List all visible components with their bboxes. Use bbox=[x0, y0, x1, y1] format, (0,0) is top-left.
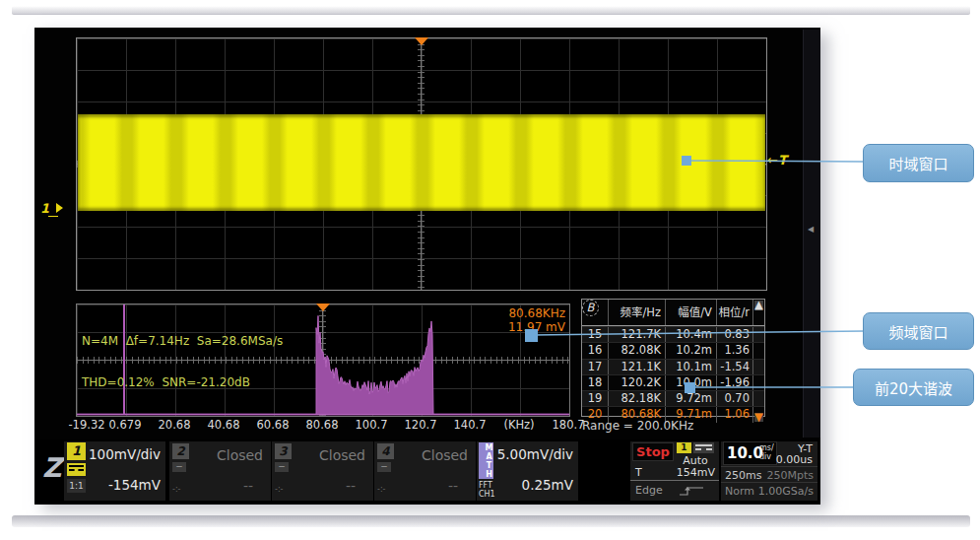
trigger-level-row: T 154mV bbox=[630, 466, 719, 481]
memory-depth: 250Mpts bbox=[766, 469, 814, 482]
trigger-level-marker[interactable]: ←T bbox=[767, 153, 787, 168]
math-mode-fft: FFT bbox=[479, 481, 495, 490]
fft-trigger-position-icon bbox=[316, 304, 330, 311]
math-mode: FFT CH1 bbox=[479, 481, 495, 499]
callout-anchor-time bbox=[682, 156, 691, 166]
status-bar: ZLG® 1 1:1 100mV/div -154mV 2 − -:- Clos… bbox=[34, 439, 820, 505]
math-volts-per-div: 5.00mV/div bbox=[497, 446, 573, 462]
acquire-mode: Norm bbox=[725, 485, 754, 498]
math-source: CH1 bbox=[479, 490, 495, 499]
menu-collapse-arrow-icon[interactable]: ◀ bbox=[808, 225, 814, 234]
timebase-units: ms/ div bbox=[759, 443, 774, 461]
col-phase: 相位/r bbox=[716, 300, 752, 325]
channel4-cell[interactable]: 4 − -:- Closed -- bbox=[374, 441, 476, 501]
callout-anchor-harmonics bbox=[685, 382, 695, 393]
run-stop-button[interactable]: Stop bbox=[632, 442, 674, 461]
fft-marker-frequency: 80.68KHz bbox=[508, 306, 565, 320]
channel1-cell[interactable]: 1 1:1 100mV/div -154mV bbox=[64, 441, 165, 501]
table-row: 1982.18K9.72m0.70 bbox=[582, 390, 764, 406]
callout-anchor-freq bbox=[525, 329, 538, 342]
oscilloscope-screen: 1 ←T ◀ N=4M Δf=7.14Hz Sa=28.6MSa/s THD=0… bbox=[34, 28, 820, 505]
side-menu-strip: ◀ bbox=[803, 30, 820, 438]
callout-time-window: 时域窗口 bbox=[863, 144, 974, 182]
channel3-badge[interactable]: 3 bbox=[275, 443, 292, 459]
bode-icon: B bbox=[582, 300, 599, 316]
fft-x-axis: -19.32 0.679 20.68 40.68 60.68 80.68 100… bbox=[76, 418, 580, 432]
sample-rate: 1.00GSa/s bbox=[758, 485, 814, 498]
fft-window: N=4M Δf=7.14Hz Sa=28.6MSa/s THD=0.12% SN… bbox=[76, 304, 570, 417]
callout-harmonics: 前20大谐波 bbox=[853, 369, 974, 406]
x-tick: -19.32 bbox=[68, 418, 104, 432]
trigger-t-label: T bbox=[635, 466, 642, 479]
channel2-badge[interactable]: 2 bbox=[172, 443, 189, 459]
channel3-probe-ratio: -:- bbox=[275, 485, 283, 494]
time-domain-trace bbox=[78, 114, 765, 211]
x-tick: 0.679 bbox=[109, 418, 142, 432]
time-domain-window bbox=[76, 37, 767, 291]
horizontal-delay: 0.00us bbox=[776, 453, 813, 466]
math-badge[interactable]: MATH bbox=[479, 442, 493, 479]
trigger-cell[interactable]: Stop 1 Auto T 154mV Edge bbox=[630, 441, 719, 501]
time-trigger-position-icon bbox=[415, 37, 428, 45]
math-cell[interactable]: MATH FFT CH1 5.00mV/div 0.25mV bbox=[477, 441, 578, 501]
trigger-source-badge[interactable]: 1 bbox=[677, 442, 691, 453]
channel2-status: Closed bbox=[217, 447, 263, 463]
harmonics-table: B 频率/Hz 幅值/V 相位/r ▲ 15121.7K10.4m0.83 16… bbox=[581, 299, 765, 417]
channel1-volts-per-div: 100mV/div bbox=[89, 446, 161, 462]
table-row: 17121.1K10.1m-1.54 bbox=[582, 359, 764, 374]
channel3-cell[interactable]: 3 − -:- Closed -- bbox=[272, 441, 373, 501]
x-tick: 40.68 bbox=[208, 418, 240, 432]
channel3-status: Closed bbox=[319, 447, 365, 463]
rising-edge-icon bbox=[678, 485, 707, 497]
channel2-cell[interactable]: 2 − -:- Closed -- bbox=[169, 441, 271, 501]
trigger-level-label: T bbox=[778, 153, 787, 168]
scroll-down-icon[interactable]: ▼ bbox=[754, 413, 763, 422]
trigger-level-value: 154mV bbox=[677, 466, 715, 479]
record-row: 250ms 250Mpts bbox=[721, 466, 817, 482]
channel4-badge[interactable]: 4 bbox=[377, 443, 394, 459]
math-offset: 0.25mV bbox=[522, 477, 573, 493]
table-scrollbar[interactable]: ▲ bbox=[752, 300, 764, 325]
trigger-type[interactable]: Edge bbox=[635, 484, 663, 497]
page-top-divider bbox=[12, 6, 970, 15]
channel1-level-marker[interactable]: 1 bbox=[40, 201, 63, 217]
channel1-probe-ratio[interactable]: 1:1 bbox=[67, 479, 86, 493]
channel4-status: Closed bbox=[422, 447, 468, 463]
fft-info-text: N=4M Δf=7.14Hz Sa=28.6MSa/s THD=0.12% SN… bbox=[82, 306, 283, 417]
channel2-coupling-icon[interactable]: − bbox=[172, 462, 186, 472]
table-row: 18120.2K10.0m-1.96 bbox=[582, 374, 764, 390]
x-tick: 120.7 bbox=[405, 418, 437, 432]
channel3-offset: -- bbox=[346, 478, 356, 494]
fft-info-line1: N=4M Δf=7.14Hz Sa=28.6MSa/s bbox=[82, 334, 283, 348]
x-tick: 140.7 bbox=[454, 418, 487, 432]
trigger-coupling-icon[interactable] bbox=[693, 442, 714, 453]
horizontal-cell[interactable]: 10.0 ms/ div Y-T 0.00us 250ms 250Mpts No… bbox=[721, 441, 817, 501]
acquire-row: Norm 1.00GSa/s bbox=[721, 482, 817, 498]
col-amplitude: 幅值/V bbox=[665, 300, 716, 325]
fft-info-line2: THD=0.12% SNR=-21.20dB bbox=[82, 375, 283, 389]
col-frequency: 频率/Hz bbox=[608, 300, 665, 325]
channel1-marker-label: 1 bbox=[40, 201, 49, 216]
page: { "callouts": { "time_window": "时域窗口", "… bbox=[0, 0, 980, 540]
fft-range-label: Range = 200.0KHz bbox=[582, 419, 693, 433]
left-arrow-icon: ← bbox=[767, 153, 778, 168]
x-tick: 100.7 bbox=[356, 418, 388, 432]
channel1-badge[interactable]: 1 bbox=[67, 442, 86, 460]
x-tick: 80.68 bbox=[306, 418, 339, 432]
channel4-coupling-icon[interactable]: − bbox=[377, 462, 391, 472]
record-window: 250ms bbox=[725, 469, 761, 482]
scroll-up-icon[interactable]: ▲ bbox=[754, 301, 763, 309]
channel2-probe-ratio: -:- bbox=[172, 485, 180, 494]
channel1-coupling-icon[interactable] bbox=[67, 463, 86, 476]
x-tick: 180.7 bbox=[553, 418, 585, 432]
timebase-box[interactable]: 10.0 ms/ div bbox=[723, 441, 777, 465]
channel1-offset: -154mV bbox=[108, 477, 161, 493]
channel2-offset: -- bbox=[243, 478, 253, 494]
channel4-offset: -- bbox=[448, 478, 458, 494]
table-row: 1682.08K10.2m1.36 bbox=[582, 342, 764, 358]
channel3-coupling-icon[interactable]: − bbox=[275, 462, 289, 472]
page-bottom-divider bbox=[12, 515, 970, 527]
x-tick-unit: (KHz) bbox=[503, 418, 534, 432]
harmonics-table-header: B 频率/Hz 幅值/V 相位/r ▲ bbox=[582, 300, 764, 326]
table-row: 15121.7K10.4m0.83 bbox=[582, 326, 764, 342]
